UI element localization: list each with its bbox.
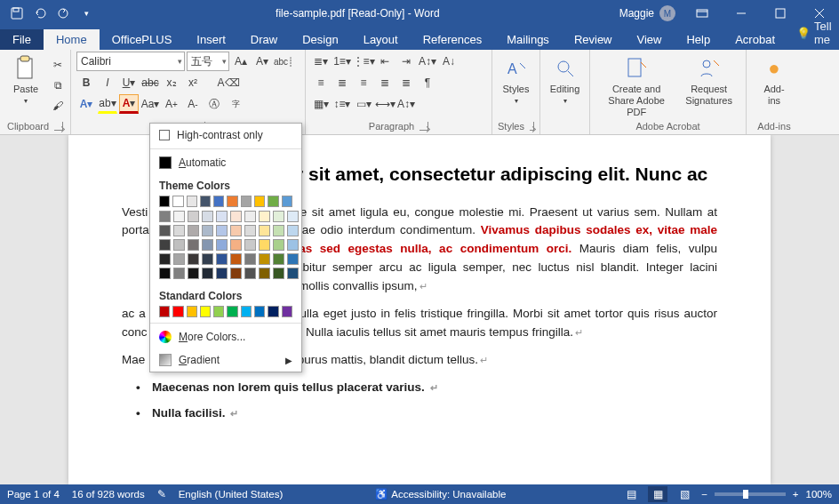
asian-layout-icon[interactable]: A↕▾ xyxy=(418,52,437,71)
request-signatures-button[interactable]: Request Signatures xyxy=(677,52,740,119)
format-painter-icon[interactable]: 🖌 xyxy=(48,96,68,116)
sort-icon[interactable]: A↓ xyxy=(439,52,459,71)
undo-icon[interactable] xyxy=(30,4,50,23)
shading-icon[interactable]: ▦▾ xyxy=(311,94,331,114)
color-swatch[interactable] xyxy=(227,196,237,207)
color-swatch[interactable] xyxy=(273,268,284,279)
highlight-icon[interactable]: ab▾ xyxy=(98,94,117,114)
create-share-pdf-button[interactable]: Create and Share Adobe PDF xyxy=(595,52,677,119)
tab-references[interactable]: References xyxy=(411,29,494,50)
color-swatch[interactable] xyxy=(216,225,228,236)
shrink-font2-icon[interactable]: A- xyxy=(183,94,203,114)
color-swatch[interactable] xyxy=(172,306,183,317)
color-swatch[interactable] xyxy=(287,211,299,222)
tab-officeplus[interactable]: OfficePLUS xyxy=(100,29,185,50)
char-border-icon[interactable]: 字 xyxy=(226,94,245,114)
styles-button[interactable]: A Styles▾ xyxy=(498,52,534,106)
color-swatch[interactable] xyxy=(216,211,228,222)
color-swatch[interactable] xyxy=(202,239,213,251)
color-swatch[interactable] xyxy=(273,239,284,251)
color-swatch[interactable] xyxy=(159,225,171,236)
document-area[interactable]: r sit amet, consectetur adipiscing elit.… xyxy=(0,135,839,484)
color-swatch[interactable] xyxy=(159,268,171,279)
color-swatch[interactable] xyxy=(244,211,256,222)
color-swatch[interactable] xyxy=(173,225,185,236)
zoom-out-icon[interactable]: − xyxy=(701,489,707,500)
color-swatch[interactable] xyxy=(159,196,170,207)
page-indicator[interactable]: Page 1 of 4 xyxy=(7,489,60,500)
addins-button[interactable]: ● Add-ins xyxy=(752,52,796,107)
color-swatch[interactable] xyxy=(187,306,197,317)
color-swatch[interactable] xyxy=(200,196,211,207)
enclosed-char-icon[interactable]: Ⓐ xyxy=(204,94,224,114)
color-swatch[interactable] xyxy=(254,196,265,207)
color-swatch[interactable] xyxy=(259,225,270,236)
color-swatch[interactable] xyxy=(173,211,185,222)
color-swatch[interactable] xyxy=(244,225,256,236)
grow-font-icon[interactable]: A▴ xyxy=(231,52,251,71)
color-swatch[interactable] xyxy=(202,268,213,279)
save-icon[interactable] xyxy=(7,4,27,23)
color-swatch[interactable] xyxy=(227,306,237,317)
color-swatch[interactable] xyxy=(273,211,284,222)
color-swatch[interactable] xyxy=(230,211,242,222)
automatic-color-option[interactable]: Automatic xyxy=(150,151,301,174)
color-swatch[interactable] xyxy=(259,253,270,265)
tab-draw[interactable]: Draw xyxy=(238,29,290,50)
color-swatch[interactable] xyxy=(188,239,199,251)
bullets-icon[interactable]: ≣▾ xyxy=(311,52,331,71)
distributed-icon[interactable]: ≣ xyxy=(396,73,416,92)
align-center-icon[interactable]: ≣ xyxy=(332,73,352,92)
text-effects-icon[interactable]: A▾ xyxy=(76,94,96,114)
font-name-combo[interactable]: Calibri xyxy=(76,52,185,71)
color-swatch[interactable] xyxy=(188,253,199,265)
color-swatch[interactable] xyxy=(254,306,265,317)
strikethrough-button[interactable]: abc xyxy=(140,73,160,92)
high-contrast-option[interactable]: High-contrast only xyxy=(150,124,301,147)
redo-icon[interactable] xyxy=(53,4,73,23)
color-swatch[interactable] xyxy=(259,211,270,222)
color-swatch[interactable] xyxy=(216,268,228,279)
clear-format-icon[interactable]: A⌫ xyxy=(219,73,238,92)
color-swatch[interactable] xyxy=(244,268,256,279)
color-swatch[interactable] xyxy=(202,253,213,265)
ribbon-options-icon[interactable] xyxy=(683,0,722,27)
zoom-in-icon[interactable]: + xyxy=(793,489,799,500)
text-direction-icon[interactable]: A↕▾ xyxy=(396,94,416,114)
tab-acrobat[interactable]: Acrobat xyxy=(723,29,787,50)
color-swatch[interactable] xyxy=(159,306,170,317)
color-swatch[interactable] xyxy=(159,211,171,222)
align-left-icon[interactable]: ≡ xyxy=(311,73,331,92)
color-swatch[interactable] xyxy=(172,196,183,207)
color-swatch[interactable] xyxy=(173,268,185,279)
color-swatch[interactable] xyxy=(259,268,270,279)
color-swatch[interactable] xyxy=(187,196,197,207)
color-swatch[interactable] xyxy=(282,306,292,317)
phonetic-guide-icon[interactable]: abc┊ xyxy=(274,52,293,71)
color-swatch[interactable] xyxy=(230,253,242,265)
color-swatch[interactable] xyxy=(230,239,242,251)
color-swatch[interactable] xyxy=(188,211,199,222)
color-swatch[interactable] xyxy=(244,239,256,251)
color-swatch[interactable] xyxy=(287,253,299,265)
align-right-icon[interactable]: ≡ xyxy=(354,73,373,92)
underline-button[interactable]: U▾ xyxy=(119,73,139,92)
color-swatch[interactable] xyxy=(173,253,185,265)
tab-mailings[interactable]: Mailings xyxy=(494,29,562,50)
color-swatch[interactable] xyxy=(216,253,228,265)
print-layout-icon[interactable]: ▦ xyxy=(648,486,667,502)
color-swatch[interactable] xyxy=(287,268,299,279)
minimize-icon[interactable] xyxy=(722,0,761,27)
grow-font2-icon[interactable]: A+ xyxy=(162,94,181,114)
read-mode-icon[interactable]: ▤ xyxy=(621,486,641,502)
decrease-indent-icon[interactable]: ⇤ xyxy=(375,52,395,71)
color-swatch[interactable] xyxy=(241,306,252,317)
subscript-button[interactable]: x₂ xyxy=(162,73,181,92)
line-spacing-icon[interactable]: ↕≡▾ xyxy=(332,94,352,114)
color-swatch[interactable] xyxy=(173,239,185,251)
change-case-icon[interactable]: Aa▾ xyxy=(140,94,160,114)
word-count[interactable]: 16 of 928 words xyxy=(72,489,145,500)
tab-file[interactable]: File xyxy=(0,29,44,50)
asian-justify-icon[interactable]: ⟷▾ xyxy=(375,94,395,114)
tab-layout[interactable]: Layout xyxy=(351,29,411,50)
